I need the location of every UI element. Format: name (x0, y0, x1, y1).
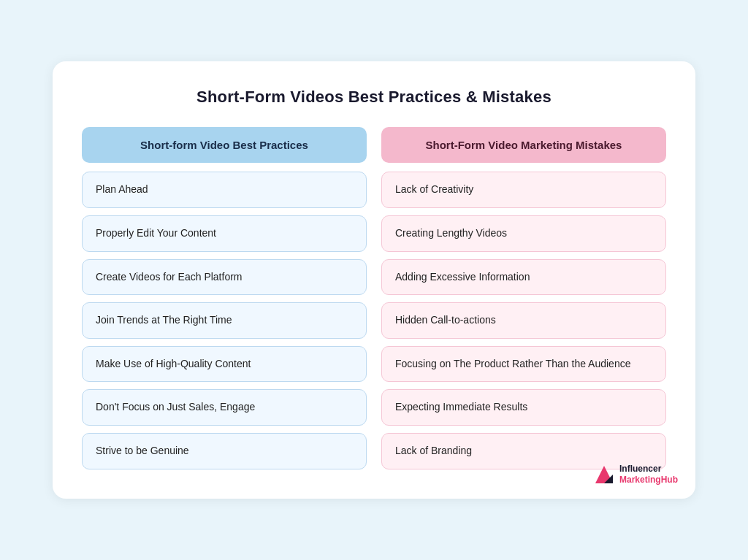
left-column: Short-form Video Best Practices Plan Ahe… (82, 127, 367, 469)
list-item: Adding Excessive Information (381, 259, 666, 296)
page-title: Short-Form Videos Best Practices & Mista… (82, 88, 666, 107)
logo-icon (594, 464, 614, 485)
list-item: Creating Lengthy Videos (381, 215, 666, 252)
list-item: Join Trends at The Right Time (82, 302, 367, 339)
right-column: Short-Form Video Marketing Mistakes Lack… (381, 127, 666, 469)
list-item: Expecting Immediate Results (381, 389, 666, 426)
list-item: Lack of Creativity (381, 172, 666, 208)
logo-text: Influencer MarketingHub (619, 464, 678, 486)
logo-area: Influencer MarketingHub (594, 464, 678, 486)
logo-line1: Influencer (619, 464, 678, 475)
list-item: Don't Focus on Just Sales, Engage (82, 389, 367, 426)
list-item: Hidden Call-to-actions (381, 302, 666, 339)
right-column-header: Short-Form Video Marketing Mistakes (381, 127, 666, 163)
list-item: Strive to be Genuine (82, 433, 367, 469)
left-column-header: Short-form Video Best Practices (82, 127, 367, 163)
list-item: Create Videos for Each Platform (82, 259, 367, 296)
columns-container: Short-form Video Best Practices Plan Ahe… (82, 127, 666, 469)
logo-line2: MarketingHub (619, 475, 678, 486)
list-item: Focusing on The Product Rather Than the … (381, 346, 666, 383)
main-card: Short-Form Videos Best Practices & Mista… (53, 61, 695, 498)
list-item: Plan Ahead (82, 172, 367, 208)
list-item: Properly Edit Your Content (82, 215, 367, 252)
list-item: Make Use of High-Quality Content (82, 346, 367, 383)
